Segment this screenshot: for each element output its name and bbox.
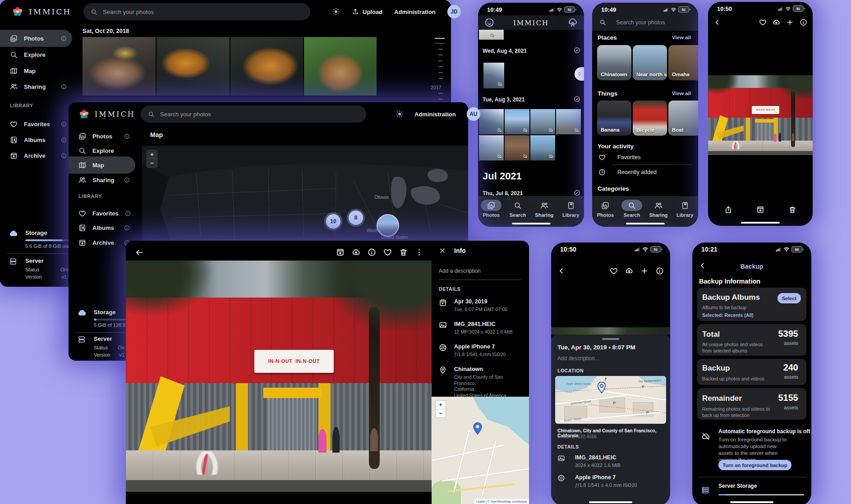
photo-full-view[interactable]: IN-N-OUT IN-N-OUT — [708, 75, 813, 155]
upload-cloud-icon[interactable] — [773, 18, 780, 26]
info-icon[interactable] — [656, 267, 664, 275]
location-map[interactable]: P P P ✝ Hyde Street Harbor The Embarcade… — [555, 376, 666, 424]
things-view-all-link[interactable]: View all — [672, 91, 691, 96]
place-card[interactable]: Chinatown — [597, 45, 631, 80]
timeline-scrubber-ticks[interactable] — [438, 49, 443, 84]
photo-thumbnail[interactable] — [156, 37, 230, 96]
info-icon[interactable] — [61, 84, 67, 90]
zoom-in-button[interactable]: + — [147, 151, 157, 159]
select-group-icon[interactable] — [574, 96, 580, 102]
search-input[interactable]: Search your photos — [83, 3, 310, 20]
trash-icon[interactable] — [788, 206, 796, 214]
sidebar-item-photos[interactable]: Photos — [0, 30, 72, 47]
add-icon[interactable] — [640, 267, 649, 275]
description-input[interactable]: Add description... — [557, 355, 599, 362]
location-map[interactable]: + − Leaflet | © OpenStreetMap contributo… — [432, 397, 529, 504]
timeline-drag-scrubber[interactable] — [575, 67, 584, 81]
place-card[interactable]: Near north side — [633, 45, 667, 80]
archive-icon[interactable] — [756, 206, 764, 214]
tab-library[interactable]: Library — [557, 200, 584, 227]
info-icon[interactable] — [124, 225, 130, 231]
sheet-drag-handle[interactable] — [602, 338, 619, 340]
more-options-icon[interactable] — [415, 248, 423, 257]
map-photo-marker[interactable] — [377, 214, 399, 237]
search-input[interactable]: Search your photos — [599, 19, 665, 26]
info-icon[interactable] — [61, 36, 67, 41]
share-icon[interactable] — [724, 206, 732, 214]
photo-thumbnail[interactable] — [556, 109, 581, 134]
search-input[interactable]: Search your photos — [141, 105, 366, 123]
home-indicator[interactable] — [626, 223, 665, 225]
favorite-icon[interactable] — [383, 248, 392, 257]
tab-photos[interactable]: Photos — [478, 200, 505, 227]
upload-cloud-icon[interactable] — [625, 267, 633, 275]
archive-icon[interactable] — [336, 248, 345, 257]
map-cluster-marker[interactable]: 8 — [349, 211, 363, 225]
thing-card[interactable]: Boat — [668, 101, 698, 136]
zoom-out-button[interactable]: − — [147, 159, 157, 167]
description-input[interactable]: Add a description — [439, 268, 481, 274]
select-group-icon[interactable] — [574, 189, 580, 196]
sidebar-item-archive[interactable]: Archive — [0, 147, 72, 164]
sidebar-item-explore[interactable]: Explore — [0, 46, 72, 63]
user-avatar[interactable]: JD — [447, 5, 461, 18]
zoom-in-button[interactable]: + — [436, 401, 446, 409]
back-chevron-icon[interactable] — [713, 18, 721, 26]
back-arrow-icon[interactable] — [135, 248, 144, 257]
photo-thumbnail[interactable] — [230, 37, 303, 96]
info-icon[interactable] — [124, 133, 130, 139]
back-chevron-icon[interactable] — [557, 267, 566, 275]
thing-card[interactable]: Banana — [597, 101, 631, 136]
photo-thumbnail[interactable] — [483, 63, 504, 88]
upload-button[interactable]: Upload — [352, 8, 382, 15]
places-view-all-link[interactable]: View all — [672, 35, 691, 40]
administration-link[interactable]: Administration — [414, 111, 456, 118]
photo-thumbnail[interactable] — [530, 135, 555, 160]
location-place[interactable]: Chinatown — [454, 366, 522, 372]
info-icon[interactable] — [124, 177, 130, 183]
tab-library[interactable]: Library — [672, 200, 698, 227]
photo-full-view[interactable]: IN-N-OUT IN-N-OUT — [126, 261, 432, 492]
map-cluster-marker[interactable]: 10 — [326, 214, 340, 229]
close-icon[interactable] — [439, 247, 446, 254]
home-indicator[interactable] — [741, 222, 780, 224]
photo-thumbnail[interactable] — [479, 30, 504, 40]
photo-thumbnail[interactable] — [530, 109, 555, 134]
map-attribution[interactable]: Leaflet | © OpenStreetMap contributors — [474, 499, 529, 504]
zoom-out-button[interactable]: − — [436, 409, 446, 417]
info-icon[interactable] — [61, 121, 67, 127]
photo-thumbnail[interactable] — [479, 109, 504, 134]
recently-added-row[interactable]: Recently added — [598, 169, 657, 176]
select-group-icon[interactable] — [574, 47, 580, 54]
favorite-icon[interactable] — [759, 18, 767, 26]
photo-thumbnail[interactable] — [505, 135, 529, 160]
sidebar-item-sharing[interactable]: Sharing — [69, 171, 135, 188]
select-albums-button[interactable]: Select — [777, 293, 801, 303]
tab-photos[interactable]: Photos — [592, 200, 619, 227]
sidebar-item-favorites[interactable]: Favorites — [0, 115, 72, 133]
info-icon[interactable] — [125, 211, 131, 216]
map-zoom-controls[interactable]: + − — [435, 400, 446, 418]
photo-thumbnail[interactable] — [83, 37, 156, 96]
favorites-row[interactable]: Favorites — [598, 154, 640, 161]
add-icon[interactable] — [786, 18, 794, 26]
photo-thumbnail[interactable] — [479, 135, 504, 160]
home-indicator[interactable] — [730, 501, 773, 503]
theme-toggle-icon[interactable] — [396, 110, 404, 118]
sidebar-item-sharing[interactable]: Sharing — [0, 78, 72, 95]
sidebar-item-albums[interactable]: Albums — [0, 131, 72, 148]
sidebar-item-archive[interactable]: Archive — [69, 234, 135, 251]
backup-cloud-icon[interactable] — [568, 18, 578, 27]
photo-thumbnail[interactable] — [304, 37, 377, 96]
photo-partial-view[interactable] — [551, 327, 670, 334]
home-indicator[interactable] — [589, 501, 632, 503]
sidebar-item-map[interactable]: Map — [0, 62, 72, 79]
thing-card[interactable]: Bicycle — [633, 101, 667, 136]
theme-toggle-icon[interactable] — [332, 8, 340, 16]
user-avatar[interactable]: AU — [467, 107, 480, 121]
map-zoom-controls[interactable]: + − — [147, 150, 157, 168]
info-icon[interactable] — [368, 248, 376, 257]
place-card[interactable]: Omaha — [668, 45, 698, 80]
administration-link[interactable]: Administration — [394, 9, 436, 15]
info-icon[interactable] — [800, 18, 807, 26]
